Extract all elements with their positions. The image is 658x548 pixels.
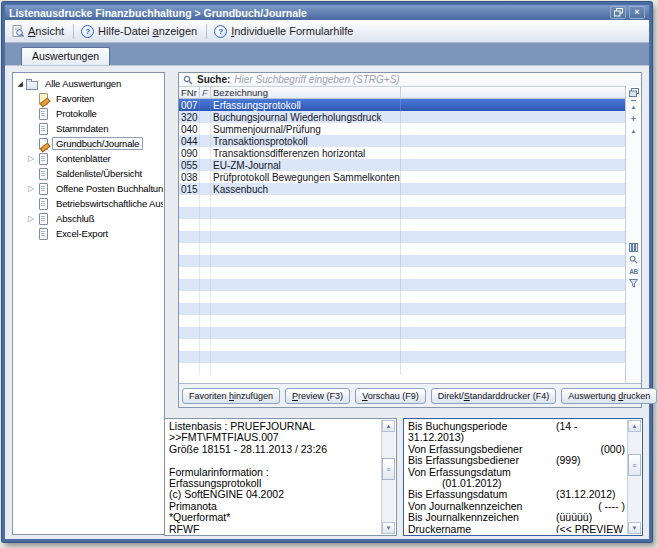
cell-f [200,315,211,327]
table-row-040[interactable]: 040Summenjournal/Prüfung [179,123,626,135]
cell-f [200,351,211,363]
cell-fnr [179,255,200,267]
restore-icon [614,8,623,17]
tree-expanded-icon[interactable]: ◢ [15,80,25,88]
tree-item-abschlu[interactable]: ▷Abschluß [13,211,164,226]
toolbar-button-ansicht[interactable]: Ansicht [8,23,70,39]
tree-item-kontenbl-tter[interactable]: ▷Kontenblätter [13,151,164,166]
tree-collapsed-icon[interactable]: ▷ [26,184,36,193]
table-row-empty [179,219,626,231]
table-row-038[interactable]: 038Prüfprotokoll Bewegungen Sammelkonten [179,171,626,183]
parameter-label: Von Erfassungsbediener [408,443,522,455]
cell-f [200,159,211,171]
sort-icon[interactable]: AB [629,265,637,277]
cell-bezeichnung [211,303,401,315]
cell-extra [401,279,626,291]
button-preview-f3[interactable]: Preview (F3) [285,388,350,404]
button-favoriten-hinzuf-gen[interactable]: Favoriten hinzufügen [182,388,280,404]
parameter-value: (üüüüü) [556,512,592,523]
document-icon [37,168,49,180]
tree-item-label: Favoriten [52,92,98,105]
toolbar-button-label: Hilfe-Datei anzeigen [98,25,197,37]
scrollbar-thumb[interactable]: ≡ [382,458,395,480]
cell-extra [401,159,626,171]
tree-item-grundbuch-journale[interactable]: Grundbuch/Journale [13,136,164,151]
tree-item-excel-export[interactable]: Excel-Export [13,226,164,241]
button-direkt-standarddrucker-f4[interactable]: Direkt/Standarddrucker (F4) [431,388,557,404]
scroll-up-icon[interactable]: ▲ [631,125,637,137]
table-row-empty [179,351,626,363]
tree-item-stammdaten[interactable]: Stammdaten [13,121,164,136]
title-bar[interactable]: Listenausdrucke Finanzbuchhaltung > Grun… [5,5,649,20]
search-label: Suche: [197,74,230,85]
search-bar[interactable]: Suche: Hier Suchbegriff eingeben (STRG+S… [179,73,641,87]
button-auswertung-drucken[interactable]: Auswertung drucken [561,388,657,404]
parameter-label: (01.01.2012) [408,477,502,489]
tree-collapsed-icon[interactable]: ▷ [26,154,36,163]
form-info-scrollbar[interactable]: ▲ ≡ ▼ [381,420,395,534]
column-chooser-icon[interactable] [629,86,639,98]
tree-item-protokolle[interactable]: Protokolle [13,106,164,121]
scroll-up-arrow-icon[interactable]: ▲ [382,420,395,432]
button-vorschau-f9[interactable]: Vorschau (F9) [355,388,426,404]
column-header-bezeichnung[interactable]: Bezeichnung [211,87,401,98]
cell-f [200,243,211,255]
parameter-row: Druckername(<< PREVIEW [408,524,627,533]
cell-extra [401,243,626,255]
tree-item-saldenliste-bersicht[interactable]: Saldenliste/Übersicht [13,166,164,181]
toolbar-button-individuelle-formularhilfe[interactable]: ?Individuelle Formularhilfe [210,23,359,40]
parameter-value: (999) [556,455,581,466]
tree-item-betriebswirtschaftliche-auswertungen[interactable]: Betriebswirtschaftliche Auswertungen [13,196,164,211]
cell-bezeichnung [211,219,401,231]
window-controls: × [610,6,645,19]
columns-icon[interactable] [629,241,638,253]
toolbar-button-hilfe-datei-anzeigen[interactable]: ?Hilfe-Datei anzeigen [77,23,203,40]
search-icon[interactable] [629,253,638,265]
close-button[interactable]: × [629,6,645,19]
cell-fnr: 015 [179,183,200,195]
scroll-down-arrow-icon[interactable]: ▼ [628,522,641,534]
tree-item-offene-posten-buchhaltung[interactable]: ▷Offene Posten Buchhaltung [13,181,164,196]
tree-item-label: Stammdaten [52,122,112,135]
help-icon: ? [81,25,94,38]
cell-extra [401,255,626,267]
restore-button[interactable] [610,6,626,19]
column-header-fnr[interactable]: FNr [179,87,200,98]
table-row-055[interactable]: 055EU-ZM-Journal [179,159,626,171]
tree-item-label: Offene Posten Buchhaltung [52,182,164,195]
table-row-044[interactable]: 044Transaktionsprotokoll [179,135,626,147]
table-row-empty [179,279,626,291]
table-row-320[interactable]: 320Buchungsjournal Wiederholungsdruck [179,111,626,123]
parameter-label: Bis Buchungsperiode [408,421,507,432]
cell-fnr [179,267,200,279]
table-row-007[interactable]: 007Erfassungsprotokoll [179,99,626,111]
cell-bezeichnung [211,207,401,219]
parameter-info-scrollbar[interactable]: ▲ ≡ ▼ [627,420,641,534]
table-row-empty [179,195,626,207]
tab-auswertungen[interactable]: Auswertungen [21,47,110,65]
cell-extra [401,327,626,339]
column-header-extra[interactable] [401,87,626,98]
parameter-info-text: Bis Buchungsperiode(14 -31.12.2013)Von E… [408,421,627,533]
tree-collapsed-icon[interactable]: ▷ [26,214,36,223]
tree-item-label: Grundbuch/Journale [52,137,143,150]
filter-icon[interactable] [629,277,638,289]
scrollbar-thumb[interactable]: ≡ [628,454,641,476]
table-row-015[interactable]: 015Kassenbuch [179,183,626,195]
cell-fnr [179,339,200,351]
cell-bezeichnung: Summenjournal/Prüfung [211,123,401,135]
expand-icon[interactable]: + [631,113,636,125]
tree-item-label: Protokolle [52,107,101,120]
scroll-down-arrow-icon[interactable]: ▼ [382,522,395,534]
toolbar-button-label: Ansicht [28,25,64,37]
scroll-up-arrow-icon[interactable]: ▲ [628,420,641,432]
column-header-f[interactable]: F [200,87,211,98]
scroll-top-icon[interactable]: ▲ [631,100,637,113]
tree-item-favoriten[interactable]: Favoriten [13,91,164,106]
parameter-label: Bis Erfassungsbediener [408,454,519,466]
search-placeholder: Hier Suchbegriff eingeben (STRG+S) [234,74,399,85]
tree-item-alle-auswertungen[interactable]: ◢Alle Auswertungen [13,76,164,91]
cell-bezeichnung [211,339,401,351]
table-row-090[interactable]: 090Transaktionsdifferenzen horizontal [179,147,626,159]
cell-extra [401,315,626,327]
